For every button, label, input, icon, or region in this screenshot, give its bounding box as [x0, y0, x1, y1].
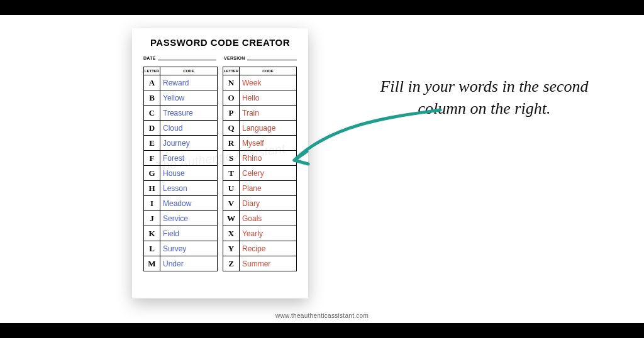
page-title: PASSWORD CODE CREATOR	[143, 37, 297, 48]
letter-cell: R	[223, 136, 240, 150]
letter-cell: W	[223, 211, 240, 226]
version-field: VERSION	[224, 54, 297, 60]
table-row: FForest	[143, 151, 218, 166]
table-row: OHello	[223, 90, 297, 106]
letter-cell: O	[223, 90, 240, 105]
header-code: CODE	[240, 67, 296, 75]
letter-cell: Y	[223, 241, 240, 256]
header-letter: LETTER	[144, 67, 160, 75]
table-row: TCelery	[223, 166, 297, 181]
code-cell: Summer	[240, 256, 296, 271]
code-cell: Yearly	[240, 226, 296, 241]
code-cell: Cloud	[160, 121, 217, 135]
table-row: CTreasure	[143, 106, 218, 121]
table-row: MUnder	[143, 256, 218, 271]
code-cell: Field	[160, 226, 217, 241]
letter-cell: X	[223, 226, 240, 241]
code-cell: Service	[160, 211, 217, 226]
table-row: BYellow	[143, 90, 218, 106]
table-row: PTrain	[223, 106, 297, 121]
table-row: XYearly	[223, 226, 297, 241]
instruction-callout: Fill in your words in the second column …	[371, 75, 597, 119]
code-cell: Plane	[240, 181, 296, 195]
table-row: YRecipe	[223, 241, 297, 256]
date-blank-line	[158, 54, 216, 60]
table-row: VDiary	[223, 196, 297, 211]
code-cell: Meadow	[160, 196, 217, 210]
letterbox-bottom	[0, 323, 644, 338]
code-cell: Journey	[160, 136, 217, 150]
code-cell: House	[160, 166, 217, 180]
table-row: QLanguage	[223, 121, 297, 136]
right-column: LETTER CODE NWeekOHelloPTrainQLanguageRM…	[223, 67, 297, 271]
table-row: JService	[143, 211, 218, 226]
letter-cell: U	[223, 181, 240, 195]
table-row: UPlane	[223, 181, 297, 196]
code-cell: Week	[240, 75, 296, 90]
letter-cell: B	[144, 90, 160, 105]
letter-cell: L	[144, 241, 160, 256]
table-row: HLesson	[143, 181, 218, 196]
table-row: NWeek	[223, 75, 297, 90]
table-row: LSurvey	[143, 241, 218, 256]
worksheet-page: The Authentic Assistant PASSWORD CODE CR…	[132, 28, 308, 298]
table-row: AReward	[143, 75, 218, 90]
header-letter: LETTER	[223, 67, 240, 75]
code-cell: Train	[240, 106, 296, 120]
code-cell: Under	[160, 256, 217, 271]
table-row: DCloud	[143, 121, 218, 136]
letter-cell: S	[223, 151, 240, 165]
code-cell: Survey	[160, 241, 217, 256]
table-row: GHouse	[143, 166, 218, 181]
header-code: CODE	[160, 67, 217, 75]
code-cell: Reward	[160, 75, 217, 90]
letterbox-top	[0, 0, 644, 15]
table-row: SRhino	[223, 151, 297, 166]
table-row: EJourney	[143, 136, 218, 151]
column-header: LETTER CODE	[143, 67, 218, 75]
date-field: DATE	[143, 54, 216, 60]
code-grid: LETTER CODE ARewardBYellowCTreasureDClou…	[143, 67, 297, 271]
code-cell: Hello	[240, 90, 296, 105]
table-row: IMeadow	[143, 196, 218, 211]
footer-url: www.theauthenticassistant.com	[0, 312, 644, 319]
letter-cell: Q	[223, 121, 240, 135]
column-header: LETTER CODE	[223, 67, 297, 75]
code-cell: Diary	[240, 196, 296, 210]
version-label: VERSION	[224, 56, 245, 60]
letter-cell: Z	[223, 256, 240, 271]
letter-cell: K	[144, 226, 160, 241]
table-row: KField	[143, 226, 218, 241]
code-cell: Myself	[240, 136, 296, 150]
table-row: RMyself	[223, 136, 297, 151]
code-cell: Language	[240, 121, 296, 135]
code-cell: Goals	[240, 211, 296, 226]
table-row: WGoals	[223, 211, 297, 226]
letter-cell: I	[144, 196, 160, 210]
letter-cell: H	[144, 181, 160, 195]
code-cell: Celery	[240, 166, 296, 180]
code-cell: Rhino	[240, 151, 296, 165]
meta-row: DATE VERSION	[143, 54, 297, 60]
version-blank-line	[247, 54, 297, 60]
letter-cell: T	[223, 166, 240, 180]
letter-cell: F	[144, 151, 160, 165]
letter-cell: C	[144, 106, 160, 120]
letter-cell: A	[144, 75, 160, 90]
code-cell: Forest	[160, 151, 217, 165]
letter-cell: J	[144, 211, 160, 226]
letter-cell: N	[223, 75, 240, 90]
code-cell: Recipe	[240, 241, 296, 256]
letter-cell: M	[144, 256, 160, 271]
date-label: DATE	[143, 56, 156, 60]
letter-cell: V	[223, 196, 240, 210]
code-cell: Yellow	[160, 90, 217, 105]
code-cell: Lesson	[160, 181, 217, 195]
letter-cell: E	[144, 136, 160, 150]
table-row: ZSummer	[223, 256, 297, 271]
letter-cell: G	[144, 166, 160, 180]
code-cell: Treasure	[160, 106, 217, 120]
left-column: LETTER CODE ARewardBYellowCTreasureDClou…	[143, 67, 218, 271]
letter-cell: P	[223, 106, 240, 120]
letter-cell: D	[144, 121, 160, 135]
